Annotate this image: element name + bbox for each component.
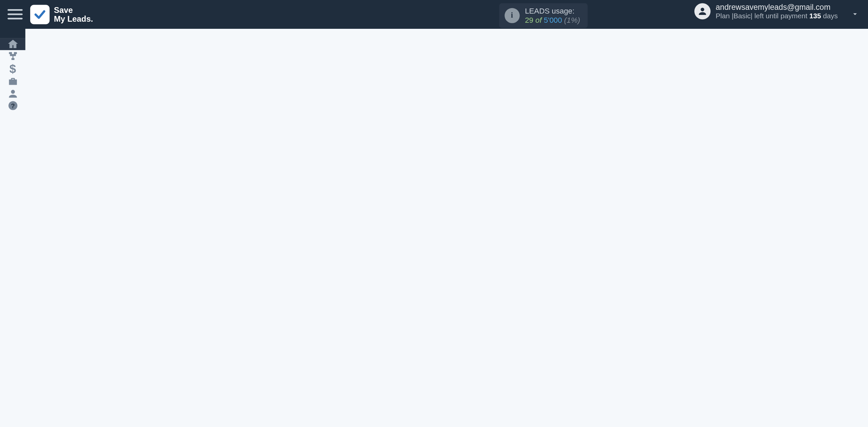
account-text: andrewsavemyleads@gmail.com Plan |Basic|… [716,3,838,20]
sidebar-item-billing[interactable]: $ [0,62,25,76]
dollar-icon: $ [9,62,16,76]
chevron-down-icon[interactable] [851,10,859,21]
info-icon: i [505,8,520,23]
leads-pct: (1%) [564,16,580,24]
sidebar-item-flows[interactable] [0,50,25,62]
leads-usage-box[interactable]: i LEADS usage: 29 of 5'000 (1%) [499,3,588,28]
account-block[interactable]: andrewsavemyleads@gmail.com Plan |Basic|… [694,3,838,20]
sidebar-item-briefcase[interactable] [0,76,25,88]
topbar: Save My Leads. i LEADS usage: 29 of 5'00… [0,0,868,28]
account-email: andrewsavemyleads@gmail.com [716,3,838,12]
leads-usage-text: LEADS usage: 29 of 5'000 (1%) [525,6,580,24]
plan-days-suffix: days [821,12,837,20]
plan-days: 135 [809,12,821,20]
hamburger-icon[interactable] [7,7,23,22]
brand-line1: Save [54,6,93,14]
plan-mid: | left until payment [751,12,809,20]
sidebar-item-profile[interactable] [0,88,25,100]
brand-name: Save My Leads. [54,6,93,23]
leads-used: 29 [525,16,533,24]
leads-total: 5'000 [544,16,562,24]
svg-text:?: ? [11,102,15,109]
sidebar-item-home[interactable] [0,38,25,50]
plan-name: Basic [733,12,751,20]
leads-of: of [535,16,542,24]
brand-logo-icon[interactable] [30,5,50,24]
plan-prefix: Plan | [716,12,733,20]
leads-usage-label: LEADS usage: [525,6,580,16]
avatar-icon [694,3,710,20]
sidebar: $ ? [0,28,25,38]
sidebar-item-help[interactable]: ? [0,100,25,111]
brand-line2: My Leads. [54,14,93,23]
